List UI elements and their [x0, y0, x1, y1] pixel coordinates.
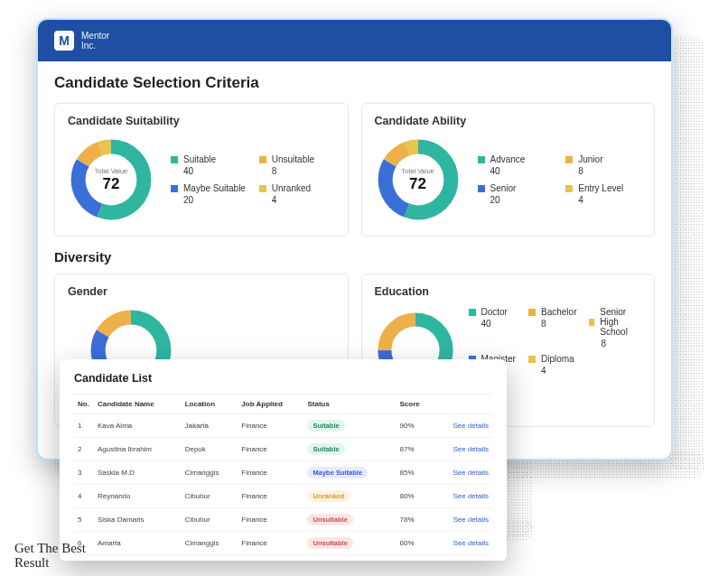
- brand-name: Mentor Inc.: [81, 31, 109, 51]
- cell-score: 80%: [397, 485, 434, 508]
- candidate-list-title: Candidate List: [74, 372, 492, 385]
- legend-value: 40: [481, 319, 522, 329]
- legend-swatch: [259, 185, 266, 192]
- status-badge: Unsuitable: [307, 514, 352, 525]
- cell-status: Suitable: [303, 438, 396, 461]
- table-header: Location: [182, 395, 238, 414]
- see-details-link[interactable]: See details: [453, 492, 489, 500]
- page-title: Candidate Selection Criteria: [54, 74, 655, 92]
- cell-score: 78%: [397, 508, 434, 532]
- legend-value: 4: [541, 366, 582, 376]
- legend-label: Doctor: [481, 307, 508, 317]
- card-title-suitability: Candidate Suitability: [68, 115, 335, 127]
- see-details-link[interactable]: See details: [453, 539, 489, 547]
- cell-location: Cibubur: [182, 508, 238, 532]
- legend-label: Junior: [578, 154, 602, 164]
- nav-bar: M Mentor Inc.: [38, 20, 671, 61]
- legend-label: Bachelor: [541, 307, 576, 317]
- card-suitability: Candidate Suitability Total Value 72: [54, 103, 349, 237]
- legend-item: Maybe Suitable20: [171, 183, 247, 205]
- table-row: 3Saskia M.DCimanggisFinanceMaybe Suitabl…: [74, 461, 492, 485]
- cell-score: 60%: [397, 532, 434, 555]
- legend-value: 40: [490, 166, 554, 176]
- legend-swatch: [259, 156, 266, 163]
- cell-location: Cimanggis: [182, 461, 238, 485]
- donut-center-label: Total Value: [401, 167, 434, 175]
- legend-swatch: [589, 319, 595, 326]
- table-row: 6AmartaCimanggisFinanceUnsuitable60%See …: [74, 532, 492, 555]
- donut-center-label: Total Value: [95, 167, 128, 175]
- legend-value: 8: [602, 339, 642, 348]
- section-title-diversity: Diversity: [54, 249, 655, 265]
- cell-score: 85%: [397, 461, 434, 485]
- legend-label: Entry Level: [578, 183, 623, 193]
- legend-item: Diploma4: [528, 354, 582, 376]
- cell-name: Agustina Ibrahim: [94, 438, 182, 461]
- legend-label: SeniorHigh School: [600, 307, 641, 337]
- legend-swatch: [171, 185, 178, 192]
- legend-label: Diploma: [541, 354, 574, 364]
- cell-status: Suitable: [303, 414, 396, 438]
- legend-swatch: [171, 156, 178, 163]
- cell-status: Maybe Suitable: [303, 461, 396, 485]
- candidate-list-card: Candidate List No.Candidate NameLocation…: [60, 359, 507, 561]
- donut-center-value: 72: [409, 175, 426, 193]
- legend-value: 8: [541, 319, 582, 329]
- cell-job: Finance: [238, 532, 303, 555]
- status-badge: Unranked: [307, 490, 350, 502]
- see-details-link[interactable]: See details: [453, 445, 489, 453]
- legend-label: Advance: [490, 154, 526, 164]
- legend-value: 4: [272, 195, 335, 205]
- legend-label: Senior: [490, 183, 517, 193]
- cell-no: 4: [74, 485, 94, 508]
- legend-item: Unranked4: [259, 183, 335, 205]
- legend-value: 20: [183, 195, 247, 205]
- see-details-link[interactable]: See details: [453, 422, 489, 430]
- table-row: 2Agustina IbrahimDepokFinanceSuitable87%…: [74, 438, 492, 461]
- cell-no: 1: [74, 414, 94, 438]
- legend-item: Doctor40: [469, 307, 522, 348]
- card-title-gender: Gender: [68, 285, 335, 298]
- status-badge: Unsuitable: [307, 537, 352, 549]
- table-header: Score: [397, 395, 434, 414]
- logo-icon: M: [54, 31, 74, 51]
- legend-item: Junior8: [565, 154, 641, 176]
- cell-no: 3: [74, 461, 94, 485]
- decorative-shadow: [668, 36, 705, 469]
- cell-name: Reynando: [94, 485, 182, 508]
- legend-swatch: [478, 156, 485, 163]
- see-details-link[interactable]: See details: [453, 516, 489, 524]
- legend-swatch: [565, 185, 573, 192]
- tagline: Get The Best Result: [14, 542, 105, 571]
- legend-item: Suitable40: [171, 154, 247, 176]
- legend-value: 8: [272, 166, 335, 176]
- legend-ability: Advance40Junior8Senior20Entry Level4: [478, 154, 642, 205]
- cell-job: Finance: [238, 438, 303, 461]
- cell-location: Jakarta: [182, 414, 238, 438]
- legend-label: Maybe Suitable: [183, 183, 246, 193]
- legend-item: Advance40: [478, 154, 554, 176]
- cell-job: Finance: [238, 508, 303, 532]
- cell-location: Depok: [182, 438, 238, 461]
- legend-item: Entry Level4: [565, 183, 641, 205]
- card-title-ability: Candidate Ability: [375, 115, 642, 127]
- legend-label: Suitable: [183, 154, 216, 164]
- cell-name: Saskia M.D: [94, 461, 182, 485]
- card-title-education: Education: [375, 285, 642, 298]
- brand-line1: Mentor: [81, 31, 109, 41]
- legend-value: 20: [490, 195, 554, 205]
- candidate-table: No.Candidate NameLocationJob AppliedStat…: [74, 394, 492, 555]
- card-ability: Candidate Ability Total Value 72: [361, 103, 656, 237]
- legend-item: Senior20: [478, 183, 554, 205]
- donut-center-value: 72: [103, 175, 120, 193]
- cell-location: Cimanggis: [182, 532, 238, 555]
- cell-no: 2: [74, 438, 94, 461]
- status-badge: Maybe Suitable: [307, 467, 368, 478]
- table-header: [434, 395, 492, 414]
- legend-value: 40: [183, 166, 247, 176]
- top-card-row: Candidate Suitability Total Value 72: [54, 103, 655, 237]
- cell-job: Finance: [238, 461, 303, 485]
- legend-swatch: [478, 185, 485, 192]
- see-details-link[interactable]: See details: [453, 469, 489, 477]
- cell-job: Finance: [238, 414, 303, 438]
